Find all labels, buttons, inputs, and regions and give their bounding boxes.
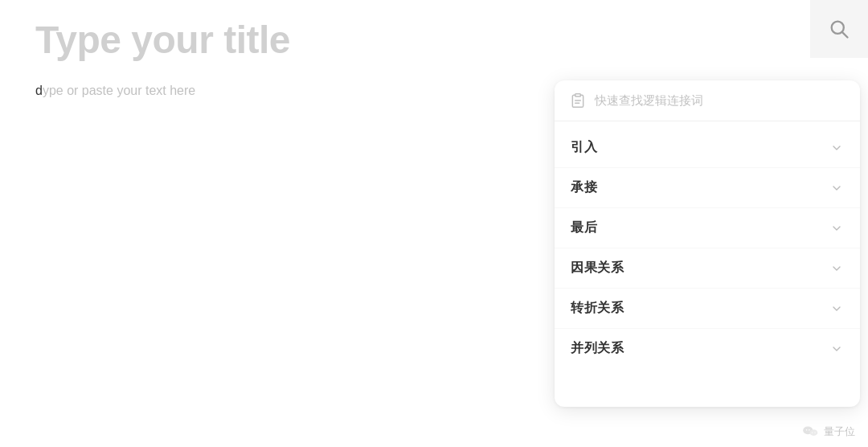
svg-point-10 [814,432,815,433]
clipboard-icon [569,92,587,109]
title-area: Type your title [0,0,868,75]
chevron-down-icon [829,261,844,276]
category-label-parallel: 并列关系 [571,340,624,357]
svg-point-6 [809,429,817,436]
category-item-connect[interactable]: 承接 [555,168,860,208]
category-item-intro[interactable]: 引入 [555,128,860,168]
editor-placeholder: dype or paste your text here [35,80,563,101]
svg-point-8 [809,429,810,431]
placeholder-text: ype or paste your text here [43,84,195,97]
category-item-finally[interactable]: 最后 [555,208,860,248]
category-label-connect: 承接 [571,179,597,196]
page-title[interactable]: Type your title [35,19,836,62]
category-list: 引入承接最后因果关系转折关系并列关系 [555,121,860,375]
svg-line-1 [842,32,847,37]
search-icon [828,18,850,40]
dropdown-search-bar[interactable]: 快速查找逻辑连接词 [555,80,860,121]
category-item-causal[interactable]: 因果关系 [555,248,860,289]
chevron-down-icon [829,181,844,195]
search-button[interactable] [810,0,868,58]
cursor-char: d [35,84,43,97]
chevron-down-icon [829,141,844,155]
watermark-text: 量子位 [824,424,855,439]
chevron-down-icon [829,221,844,236]
category-item-parallel[interactable]: 并列关系 [555,329,860,368]
wechat-icon [801,423,819,441]
editor-area[interactable]: dype or paste your text here [35,80,563,447]
chevron-down-icon [829,342,844,356]
svg-rect-2 [575,94,581,96]
dropdown-panel: 快速查找逻辑连接词 引入承接最后因果关系转折关系并列关系 [555,80,860,407]
main-container: Type your title dype or paste your text … [0,0,868,447]
dropdown-search-placeholder: 快速查找逻辑连接词 [595,93,845,109]
category-label-intro: 引入 [571,139,597,156]
watermark: 量子位 [801,423,855,441]
svg-point-7 [806,429,808,431]
category-label-contrast: 转折关系 [571,300,624,317]
category-item-contrast[interactable]: 转折关系 [555,289,860,329]
category-label-causal: 因果关系 [571,260,624,277]
svg-point-9 [812,432,813,433]
category-label-finally: 最后 [571,219,597,236]
chevron-down-icon [829,301,844,316]
